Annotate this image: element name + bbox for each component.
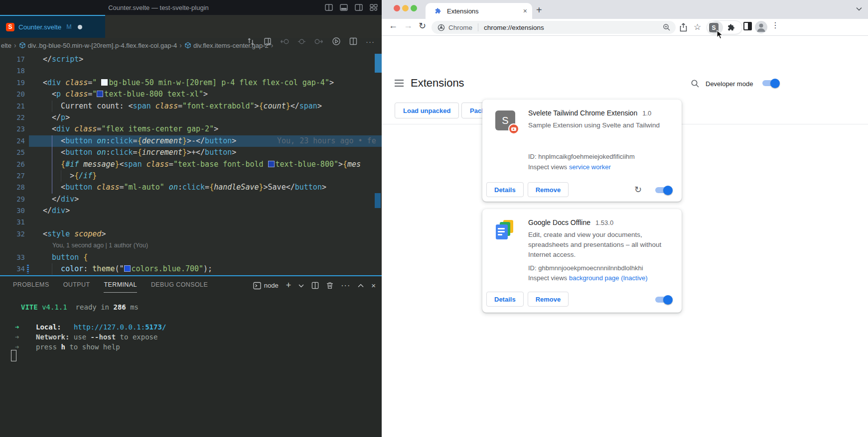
code-line-29[interactable]: 29</div> [0, 194, 382, 205]
remove-button[interactable]: Remove [528, 292, 569, 307]
code-line-21[interactable]: 21Current count: <span class="font-extra… [0, 101, 382, 112]
active-indent-guide [52, 170, 52, 182]
profile-avatar[interactable] [755, 21, 767, 33]
load-unpacked-button[interactable]: Load unpacked [395, 103, 459, 118]
inspect-view-link[interactable]: service worker [569, 163, 611, 171]
terminal-dropdown-icon[interactable] [298, 284, 304, 288]
code-line-26[interactable]: 26{#if message}<span class="text-base fo… [0, 159, 382, 170]
tab-title: Extensions [447, 7, 518, 15]
code-line-25[interactable]: 25<button on:click={increment}>+</button… [0, 147, 382, 158]
code-line-24[interactable]: 24<button on:click={decrement}>-</button… [0, 135, 382, 147]
kill-terminal-trash-icon[interactable] [326, 282, 333, 289]
remove-button[interactable]: Remove [528, 182, 569, 197]
inspect-views: Inspect viewsservice worker [528, 163, 611, 171]
panel-bottom-icon[interactable] [340, 3, 348, 11]
codelens-blame[interactable]: You, 1 second ago | 1 author (You) [0, 240, 382, 251]
chrome-window: Extensions × + ← → ↻ Chrome chrome://ext… [382, 0, 868, 437]
layout-split-icon[interactable] [325, 3, 333, 11]
arrow-icon: ➜ [15, 322, 36, 332]
code-line-22[interactable]: 22</p> [0, 112, 382, 123]
layout-grid-icon[interactable] [370, 3, 378, 11]
code-line-31[interactable]: 31 [0, 217, 382, 228]
mac-zoom-button[interactable] [411, 5, 417, 11]
panel-tab-debug-console[interactable]: DEBUG CONSOLE [151, 281, 208, 293]
close-panel-icon[interactable]: × [371, 281, 376, 290]
code-editor[interactable]: 17</script>1819<div class=" bg-blue-50 m… [0, 54, 382, 276]
breadcrumb-file-truncated[interactable]: elte [1, 42, 11, 49]
terminal-line-local: ➜Local: http://127.0.0.1:5173/ [0, 322, 382, 332]
inspect-view-link[interactable]: background page (Inactive) [569, 274, 648, 282]
line-number: 28 [0, 182, 29, 193]
extension-icon [495, 220, 516, 241]
breadcrumb-chevron: › [179, 41, 182, 49]
zoom-icon[interactable] [663, 23, 671, 31]
code-line-32[interactable]: 32<style scoped> [0, 228, 382, 240]
mac-close-button[interactable] [394, 5, 400, 11]
code-line-18[interactable]: 18 [0, 65, 382, 77]
chrome-menu-kebab-icon[interactable]: ⋮ [771, 20, 779, 30]
extension-enabled-toggle[interactable] [655, 297, 672, 303]
code-line-27[interactable]: 27>{/if} [0, 170, 382, 182]
vscode-window-title: Counter.svelte — test-svelte-plugin [0, 4, 317, 11]
tab-overflow-chevron-icon[interactable] [856, 7, 862, 11]
code-line-28[interactable]: 28<button class="ml-auto" on:click={hand… [0, 182, 382, 193]
share-icon[interactable] [680, 23, 687, 32]
symbol-element-icon [19, 42, 26, 49]
split-terminal-icon[interactable] [311, 282, 319, 289]
bookmark-star-icon[interactable]: ☆ [694, 22, 701, 32]
reload-button[interactable]: ↻ [419, 20, 426, 31]
extension-enabled-toggle[interactable] [655, 187, 672, 193]
line-number: 26 [0, 159, 29, 170]
new-tab-button[interactable]: + [536, 5, 542, 15]
person-icon [755, 21, 767, 33]
terminal-output[interactable]: VITE v4.1.1 ready in 286 ms ➜Local: http… [0, 302, 382, 352]
panel-tab-output[interactable]: OUTPUT [63, 281, 90, 293]
active-indent-guide [52, 182, 52, 193]
extensions-puzzle-icon[interactable] [727, 23, 736, 32]
address-bar[interactable]: Chrome chrome://extensions [432, 21, 676, 34]
search-icon[interactable] [691, 79, 700, 88]
color-swatch [97, 91, 103, 97]
new-terminal-icon[interactable]: + [286, 280, 291, 291]
terminal-cursor [11, 350, 16, 361]
url-text[interactable]: chrome://extensions [484, 24, 663, 31]
side-panel-icon[interactable] [743, 22, 752, 30]
breadcrumb-item[interactable]: div.flex.items-center.gap-2 [193, 42, 269, 49]
indent-guide [52, 263, 52, 275]
editor-tab-counter-svelte[interactable]: S Counter.svelte M [0, 15, 105, 38]
line-number [0, 240, 29, 251]
hamburger-menu-icon[interactable] [395, 80, 404, 87]
panel-more-icon[interactable]: ··· [341, 281, 350, 290]
code-line-30[interactable]: 30</div> [0, 205, 382, 217]
line-number: 27 [0, 170, 29, 182]
panel-tab-problems[interactable]: PROBLEMS [13, 281, 49, 293]
code-line-20[interactable]: 20<p class="text-blue-800 text-xl"> [0, 89, 382, 100]
code-line-17[interactable]: 17</script> [0, 54, 382, 65]
line-number: 33 [0, 252, 29, 263]
forward-button[interactable]: → [404, 20, 413, 31]
extension-icon: S [495, 110, 515, 130]
maximize-panel-icon[interactable] [358, 284, 364, 288]
line-number: 24 [0, 135, 29, 147]
browser-tab-extensions[interactable]: Extensions × [426, 3, 532, 19]
developer-mode-toggle[interactable] [762, 80, 779, 86]
details-button[interactable]: Details [486, 292, 524, 307]
panel-right-icon[interactable] [355, 3, 363, 11]
tab-unsaved-dot-icon[interactable] [78, 25, 82, 29]
code-line-19[interactable]: 19<div class=" bg-blue-50 min-w-[20rem] … [0, 77, 382, 89]
details-button[interactable]: Details [486, 182, 524, 197]
extensions-page-header: Extensions Developer mode Load unpacked … [382, 36, 868, 88]
line-number: 23 [0, 123, 29, 135]
tab-close-icon[interactable]: × [523, 7, 527, 14]
back-button[interactable]: ← [389, 20, 398, 31]
reload-extension-icon[interactable]: ↻ [634, 184, 642, 195]
code-line-23[interactable]: 23<div class="flex items-center gap-2"> [0, 123, 382, 135]
breadcrumb-item[interactable]: div..bg-blue-50.min-w-[20rem].p-4.flex.f… [28, 42, 177, 49]
terminal-instance[interactable]: node [253, 282, 279, 290]
mac-minimize-button[interactable] [402, 5, 409, 11]
panel-tab-terminal[interactable]: TERMINAL [104, 281, 137, 293]
code-line-34[interactable]: 34color: theme("colors.blue.700"); [0, 263, 382, 275]
line-number: 29 [0, 194, 29, 205]
code-line-33[interactable]: 33button { [0, 252, 382, 263]
breadcrumb: elte › div..bg-blue-50.min-w-[20rem].p-4… [0, 38, 382, 53]
